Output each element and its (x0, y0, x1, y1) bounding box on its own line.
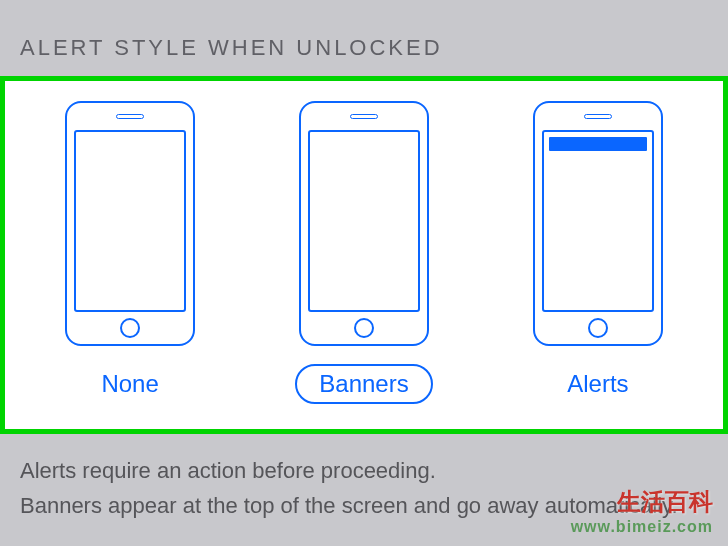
phone-screen-icon (542, 130, 654, 312)
option-none[interactable]: None (65, 101, 195, 404)
alert-banner-icon (549, 137, 647, 151)
phone-home-icon (120, 318, 140, 338)
phone-speaker-icon (116, 114, 144, 119)
phone-speaker-icon (350, 114, 378, 119)
phone-screen-icon (74, 130, 186, 312)
phone-home-icon (354, 318, 374, 338)
section-header: ALERT STYLE WHEN UNLOCKED (0, 0, 728, 76)
phone-icon-banners (299, 101, 429, 346)
option-label-banners: Banners (295, 364, 432, 404)
option-label-alerts: Alerts (543, 364, 652, 404)
option-banners[interactable]: Banners (295, 101, 432, 404)
watermark-title: 生活百科 (571, 486, 713, 518)
option-label-none: None (77, 364, 182, 404)
phone-home-icon (588, 318, 608, 338)
phone-icon-alerts (533, 101, 663, 346)
phone-options-row: None Banners Alerts (15, 101, 713, 404)
phone-speaker-icon (584, 114, 612, 119)
option-alerts[interactable]: Alerts (533, 101, 663, 404)
alert-style-panel: None Banners Alerts (0, 76, 728, 434)
description-line1: Alerts require an action before proceedi… (20, 454, 708, 487)
watermark-url: www.bimeiz.com (571, 518, 713, 536)
watermark: 生活百科 www.bimeiz.com (571, 486, 713, 536)
phone-screen-icon (308, 130, 420, 312)
phone-icon-none (65, 101, 195, 346)
